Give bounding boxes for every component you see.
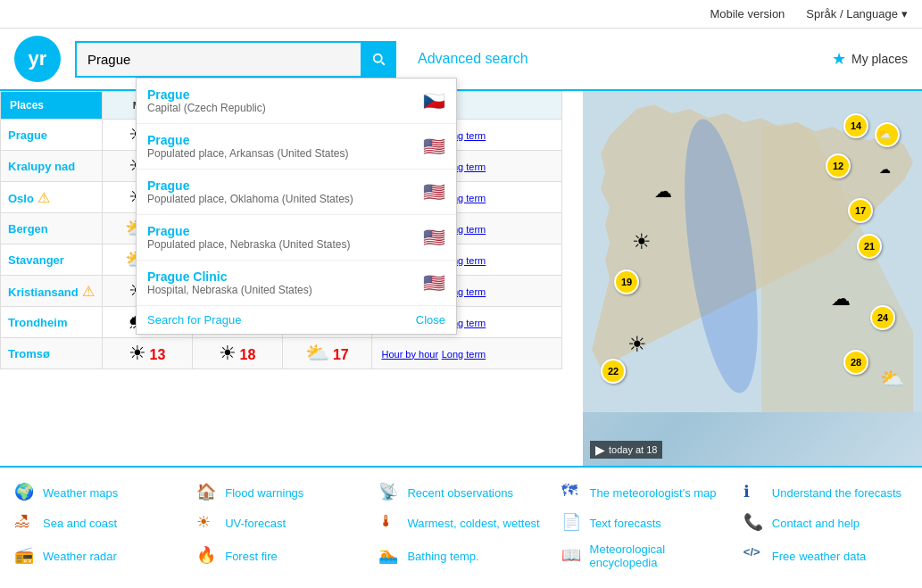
map-pin-1: 14 [843, 113, 868, 138]
meteo-map-link[interactable]: The meteorologist's map [590, 486, 717, 500]
weather-radar-link[interactable]: Weather radar [43, 550, 117, 563]
map-cloud-1: ☁ [879, 162, 891, 176]
footer-grid: 🌍 Weather maps 🏠 Flood warnings 📡 Recent… [14, 482, 908, 569]
flood-warnings-link[interactable]: Flood warnings [225, 486, 303, 500]
dropdown-item-1[interactable]: Prague Populated place, Arkansas (United… [137, 124, 456, 170]
long-term-link-7[interactable]: Long term [442, 349, 486, 360]
radar-icon: 📻 [14, 545, 36, 567]
place-name-1[interactable]: Kralupy nad [8, 160, 75, 173]
place-name-0[interactable]: Prague [8, 128, 47, 142]
warmest-link[interactable]: Warmest, coldest, wettest [407, 517, 539, 530]
forest-fire-link[interactable]: Forest fire [225, 550, 278, 563]
free-weather-data-link[interactable]: Free weather data [772, 550, 867, 563]
search-input[interactable] [75, 41, 396, 78]
map-pin-7: 24 [870, 305, 895, 330]
search-for-link[interactable]: Search for Prague [147, 313, 242, 327]
hour-by-hour-link-7[interactable]: Hour by hour [381, 349, 438, 360]
day-cell-7-2: ⛅ 17 [282, 338, 372, 369]
weather-maps-link[interactable]: Weather maps [43, 486, 118, 500]
footer-item-forest-fire[interactable]: 🔥 Forest fire [196, 542, 361, 569]
footer-item-meteo-map[interactable]: 🗺 The meteorologist's map [561, 482, 726, 503]
place-name-4[interactable]: Stavanger [8, 253, 64, 267]
place-name-3[interactable]: Bergen [8, 222, 48, 236]
footer-item-contact[interactable]: 📞 Contact and help [743, 512, 908, 534]
my-places-label: My places [851, 52, 908, 66]
understand-link[interactable]: Understand the forecasts [772, 486, 901, 500]
temp-7-0: 13 [150, 347, 166, 362]
footer-item-observations[interactable]: 📡 Recent observations [378, 482, 543, 503]
encyclopedia-link[interactable]: Meteorological encyclopedia [590, 542, 726, 569]
header: yr Prague Capital (Czech Republic) 🇨🇿 Pr… [0, 29, 922, 91]
temp-7-2: 17 [333, 347, 349, 362]
dropdown-item-2[interactable]: Prague Populated place, Oklahoma (United… [137, 170, 456, 215]
flag-us-3: 🇺🇸 [423, 227, 445, 248]
language-link[interactable]: Språk / Language ▾ [806, 7, 908, 21]
places-header: Places [1, 92, 103, 120]
place-name-7[interactable]: Tromsø [8, 347, 50, 360]
uv-forecast-link[interactable]: UV-forecast [225, 517, 286, 530]
footer-item-flood[interactable]: 🏠 Flood warnings [196, 482, 361, 503]
footer-item-radar[interactable]: 📻 Weather radar [14, 542, 179, 569]
map-pin-6: 19 [614, 269, 639, 294]
footer-item-encyclopedia[interactable]: 📖 Meteorological encyclopedia [561, 542, 726, 569]
star-icon: ★ [832, 49, 846, 69]
sea-coast-link[interactable]: Sea and coast [43, 517, 117, 530]
place-name-2[interactable]: Oslo [8, 192, 34, 205]
map-sun-1: ☀ [632, 229, 652, 254]
shortcuts-cell-7: Hour by hour Long term [372, 338, 562, 369]
contact-help-link[interactable]: Contact and help [772, 517, 860, 530]
contact-icon: 📞 [743, 512, 765, 534]
uv-icon: ☀ [196, 512, 218, 534]
map-sun-2: ☀ [627, 332, 647, 357]
bathing-link[interactable]: Bathing temp. [407, 550, 478, 563]
mobile-version-link[interactable]: Mobile version [710, 7, 785, 21]
svg-text:⛅: ⛅ [878, 128, 892, 141]
text-forecasts-link[interactable]: Text forecasts [590, 517, 661, 530]
advanced-search-link[interactable]: Advanced search [418, 51, 528, 67]
map-pin-9: 22 [601, 359, 626, 384]
search-button[interactable] [361, 41, 396, 78]
footer-item-text-forecasts[interactable]: 📄 Text forecasts [561, 512, 726, 534]
map-pin-8: 28 [843, 350, 868, 375]
book-icon: 📖 [561, 545, 583, 567]
place-name-5[interactable]: Kristiansand [8, 286, 79, 299]
search-dropdown: Prague Capital (Czech Republic) 🇨🇿 Pragu… [136, 78, 457, 335]
play-icon[interactable]: ▶ [595, 443, 605, 457]
footer-item-understand[interactable]: ℹ Understand the forecasts [743, 482, 908, 503]
footer-item-warmest[interactable]: 🌡 Warmest, coldest, wettest [378, 512, 543, 534]
search-container: Prague Capital (Czech Republic) 🇨🇿 Pragu… [75, 41, 396, 78]
map-image: 14 ⛅ 12 ☁ ☁ 17 ☀ 21 19 ☁ 24 ☀ 28 22 ⛅ [583, 91, 922, 466]
map-container: 14 ⛅ 12 ☁ ☁ 17 ☀ 21 19 ☁ 24 ☀ 28 22 ⛅ ▶ … [583, 91, 922, 466]
close-dropdown-link[interactable]: Close [416, 313, 445, 327]
swim-icon: 🏊 [378, 545, 400, 567]
dropdown-footer: Search for Prague Close [137, 306, 456, 334]
place-name-6[interactable]: Trondheim [8, 316, 67, 329]
map-pin-5: 21 [857, 234, 882, 259]
fire-icon: 🔥 [196, 545, 218, 567]
flag-us-4: 🇺🇸 [423, 272, 445, 294]
map-timestamp: ▶ today at 18 [590, 441, 662, 459]
map-pin-2: ⛅ [875, 122, 900, 147]
weather-icon-7-2: ⛅ [305, 342, 329, 364]
dropdown-item-0[interactable]: Prague Capital (Czech Republic) 🇨🇿 [137, 79, 456, 124]
my-places-link[interactable]: ★ My places [832, 49, 908, 69]
text-forecast-icon: 📄 [561, 512, 583, 534]
language-label: Språk / Language [806, 7, 898, 21]
day-cell-7-0: ☀ 13 [102, 338, 192, 369]
recent-observations-link[interactable]: Recent observations [407, 486, 513, 500]
footer-item-sea-coast[interactable]: 🏖 Sea and coast [14, 512, 179, 534]
footer-item-free-data[interactable]: </> Free weather data [743, 542, 908, 569]
lighthouse-icon: 🏖 [14, 512, 36, 534]
map-time-label: today at 18 [609, 444, 657, 455]
footer-item-uv[interactable]: ☀ UV-forecast [196, 512, 361, 534]
dropdown-item-4[interactable]: Prague Clinic Hospital, Nebraska (United… [137, 261, 456, 306]
footer-item-weather-maps[interactable]: 🌍 Weather maps [14, 482, 179, 503]
globe-icon: 🌍 [14, 482, 36, 503]
thermometer-icon: 🌡 [378, 512, 400, 534]
code-icon: </> [743, 545, 765, 567]
flag-us-1: 🇺🇸 [423, 136, 445, 157]
footer-item-bathing[interactable]: 🏊 Bathing temp. [378, 542, 543, 569]
dropdown-item-3[interactable]: Prague Populated place, Nebraska (United… [137, 215, 456, 261]
temp-7-1: 18 [240, 347, 256, 362]
understand-icon: ℹ [743, 482, 765, 503]
